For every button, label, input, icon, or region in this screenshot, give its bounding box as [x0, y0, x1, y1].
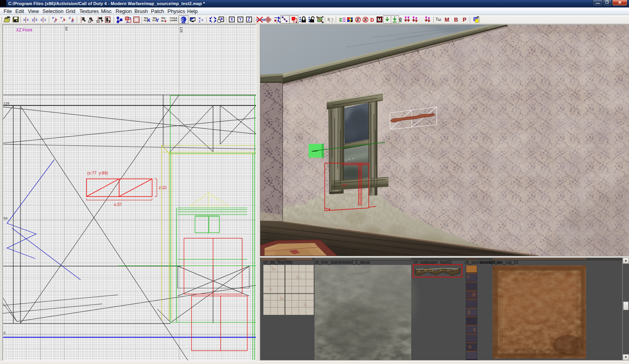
svg-text:X: X	[230, 17, 233, 22]
svg-text:LAYER: LAYER	[170, 19, 177, 22]
svg-text:x: x	[27, 18, 29, 22]
svg-text:X: X	[52, 16, 54, 20]
svg-text:y: y	[32, 18, 34, 22]
svg-text:(x:77 y:89): (x:77 y:89)	[87, 171, 108, 175]
svg-text:C: C	[181, 18, 184, 22]
svg-text:Z: Z	[199, 20, 200, 23]
svg-text:M: M	[445, 17, 449, 23]
svg-text:90: 90	[161, 20, 164, 22]
svg-text:Y: Y	[201, 18, 204, 22]
svg-text:TEX: TEX	[161, 17, 166, 19]
svg-text:Z: Z	[69, 16, 71, 20]
svg-text:128: 128	[179, 27, 183, 33]
svg-text:ch_tile_floor05b: ch_tile_floor05b	[263, 260, 292, 265]
svg-text:P: P	[463, 17, 466, 23]
svg-text:z: z	[40, 18, 42, 22]
svg-text:x: x	[276, 21, 278, 24]
svg-text:0: 0	[4, 331, 6, 335]
svg-text:X: X	[147, 17, 151, 23]
svg-text:anredge_me_rug_01: anredge_me_rug_01	[480, 260, 519, 265]
svg-text:B: B	[454, 17, 458, 23]
svg-text:‹: ‹	[62, 20, 63, 23]
svg-text:D: D	[370, 17, 374, 23]
svg-text:128: 128	[4, 101, 9, 105]
svg-text:64: 64	[4, 216, 7, 220]
svg-text:Y: Y	[239, 17, 242, 22]
svg-text:Tω: Tω	[436, 17, 441, 22]
svg-text:64: 64	[64, 27, 68, 31]
svg-text:ʖ: ʖ	[44, 18, 46, 22]
svg-text:λ: λ	[35, 18, 37, 22]
svg-text:E: E	[339, 17, 342, 23]
svg-text:x: x	[23, 18, 25, 22]
svg-text:Y: Y	[60, 16, 63, 20]
svg-text:x:37: x:37	[114, 202, 122, 207]
svg-text:ch_trim_stainlessteel_1_decal: ch_trim_stainlessteel_1_decal	[314, 260, 370, 265]
svg-text:z:10: z:10	[159, 185, 167, 190]
svg-text:Y: Y	[156, 17, 159, 23]
svg-text:XZ Front: XZ Front	[16, 28, 32, 32]
svg-text:ch_wallpaper_tear01: ch_wallpaper_tear01	[414, 260, 452, 265]
svg-text:Z: Z	[248, 17, 250, 22]
